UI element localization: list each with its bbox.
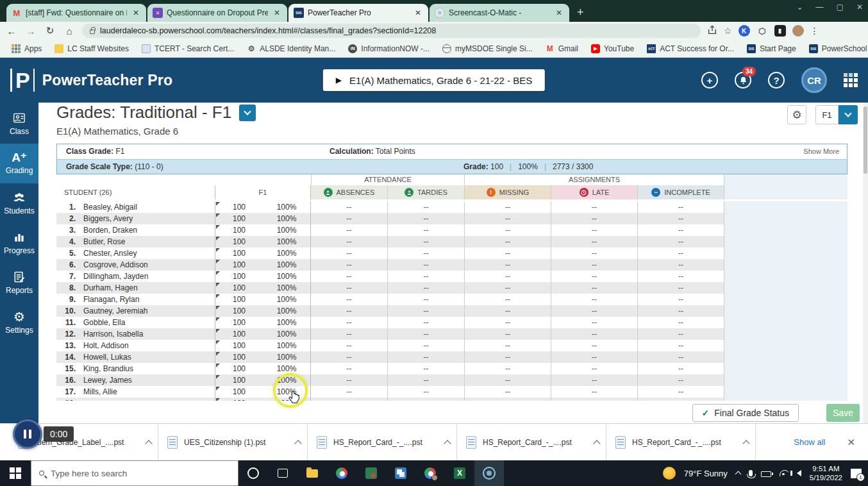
absences-cell[interactable]: --: [311, 328, 388, 340]
final-grade-cell[interactable]: 100 100%: [215, 247, 311, 259]
incomplete-cell[interactable]: --: [638, 363, 724, 374]
download-options-chevron-icon[interactable]: [294, 440, 301, 447]
absences-cell[interactable]: --: [311, 201, 388, 213]
notifications-bell-button[interactable]: 34: [735, 72, 751, 88]
bookmark-youtube[interactable]: ▶YouTube: [586, 42, 639, 55]
download-options-chevron-icon[interactable]: [593, 440, 600, 447]
bookmark-start-page[interactable]: SISStart Page: [742, 42, 801, 55]
bookmark-apps[interactable]: Apps: [6, 42, 47, 55]
chrome-profile-button[interactable]: [415, 460, 445, 486]
file-explorer-button[interactable]: [297, 460, 327, 486]
late-cell[interactable]: --: [551, 374, 638, 386]
download-options-chevron-icon[interactable]: [444, 440, 451, 447]
class-selector-button[interactable]: ▶ E1(A) Mathematics, Grade 6 - 21-22 - B…: [323, 69, 545, 91]
scrollbar-thumb[interactable]: [864, 106, 867, 174]
late-cell[interactable]: --: [551, 271, 638, 282]
incomplete-cell[interactable]: --: [638, 340, 724, 351]
incomplete-cell[interactable]: --: [638, 247, 724, 259]
final-grade-cell[interactable]: 100 100%: [215, 363, 311, 374]
late-cell[interactable]: --: [551, 213, 638, 224]
show-all-downloads-button[interactable]: Show all: [787, 432, 831, 452]
missing-cell[interactable]: --: [465, 386, 551, 398]
incomplete-cell[interactable]: --: [638, 224, 724, 236]
tardies-cell[interactable]: --: [388, 317, 465, 328]
final-grade-cell[interactable]: 100 100%: [215, 340, 311, 351]
bookmark-msdoe[interactable]: myMSDOE Single Si...: [437, 42, 538, 55]
student-name-cell[interactable]: 8.Durham, Hagen: [56, 282, 215, 294]
missing-cell[interactable]: --: [465, 294, 551, 305]
absences-cell[interactable]: --: [311, 317, 388, 328]
app-switcher-grid-icon[interactable]: [844, 73, 858, 87]
student-name-cell[interactable]: 7.Dillingham, Jayden: [56, 271, 215, 282]
final-grade-status-button[interactable]: ✓ Final Grade Status: [692, 404, 799, 422]
recorder-pause-button[interactable]: [13, 419, 42, 449]
tardies-cell[interactable]: --: [388, 294, 465, 305]
final-grade-cell[interactable]: 100 100%: [215, 201, 311, 213]
missing-cell[interactable]: --: [465, 282, 551, 294]
start-button[interactable]: [0, 460, 31, 486]
window-profile-chevron-icon[interactable]: ⌄: [797, 3, 803, 12]
tardies-cell[interactable]: --: [388, 271, 465, 282]
task-view-button[interactable]: [268, 460, 297, 486]
final-grade-cell[interactable]: 100 100%: [215, 224, 311, 236]
absences-cell[interactable]: --: [311, 386, 388, 398]
final-grade-cell[interactable]: 100 100%: [215, 271, 311, 282]
tardies-cell[interactable]: --: [388, 259, 465, 271]
final-grade-cell[interactable]: 100 100%: [215, 259, 311, 271]
create-plus-button[interactable]: +: [701, 72, 718, 88]
absences-cell[interactable]: --: [311, 340, 388, 351]
excel-button[interactable]: X: [445, 460, 474, 486]
incomplete-cell[interactable]: --: [638, 351, 724, 363]
blue-app-button[interactable]: [386, 460, 415, 486]
student-name-cell[interactable]: 16.Lewey, James: [56, 374, 215, 386]
tardies-cell[interactable]: --: [388, 224, 465, 236]
absences-cell[interactable]: --: [311, 259, 388, 271]
term-selector-value[interactable]: F1: [815, 105, 839, 124]
final-grade-cell[interactable]: 100 100%: [215, 213, 311, 224]
close-downloads-bar-icon[interactable]: ✕: [847, 437, 855, 448]
incomplete-cell[interactable]: --: [638, 328, 724, 340]
tardies-cell[interactable]: --: [388, 247, 465, 259]
student-name-cell[interactable]: 14.Howell, Lukas: [56, 351, 215, 363]
incomplete-cell[interactable]: --: [638, 213, 724, 224]
incomplete-cell[interactable]: --: [638, 259, 724, 271]
tardies-cell[interactable]: --: [388, 305, 465, 317]
student-name-cell[interactable]: 4.Butler, Rose: [56, 236, 215, 247]
missing-cell[interactable]: --: [465, 317, 551, 328]
volume-tray-icon[interactable]: [797, 470, 801, 476]
term-selector-dropdown-button[interactable]: [839, 105, 858, 124]
screencast-o-matic-button[interactable]: [474, 460, 504, 486]
student-name-cell[interactable]: 6.Cosgrove, Addison: [56, 259, 215, 271]
kami-extension-icon[interactable]: K: [739, 25, 750, 37]
address-bar[interactable]: lauderdaleco-sb.powerschool.com/teachers…: [82, 24, 701, 38]
download-options-chevron-icon[interactable]: [145, 440, 152, 447]
bookmark-act[interactable]: ACTACT Success for Or...: [642, 42, 739, 55]
late-cell[interactable]: --: [551, 201, 638, 213]
save-button[interactable]: Save: [826, 404, 860, 422]
tardies-cell[interactable]: --: [388, 328, 465, 340]
incomplete-cell[interactable]: --: [638, 317, 724, 328]
tab-close-icon[interactable]: ✕: [131, 8, 141, 17]
student-name-cell[interactable]: 2.Biggers, Avery: [56, 213, 215, 224]
missing-cell[interactable]: --: [465, 328, 551, 340]
download-item[interactable]: HS_Report_Card_-_....pst: [457, 424, 606, 460]
student-name-cell[interactable]: 9.Flanagan, Rylan: [56, 294, 215, 305]
absences-cell[interactable]: --: [311, 398, 388, 401]
incomplete-cell[interactable]: --: [638, 305, 724, 317]
absences-cell[interactable]: --: [311, 282, 388, 294]
student-name-cell[interactable]: 17.Mills, Allie: [56, 386, 215, 398]
student-name-cell[interactable]: 3.Borden, Draken: [56, 224, 215, 236]
window-maximize-button[interactable]: ▢: [837, 3, 844, 12]
absences-cell[interactable]: --: [311, 247, 388, 259]
student-column-header[interactable]: STUDENT (26): [56, 185, 215, 199]
student-name-cell[interactable]: 5.Chester, Ansley: [56, 247, 215, 259]
missing-cell[interactable]: --: [465, 398, 551, 401]
absences-cell[interactable]: --: [311, 236, 388, 247]
late-cell[interactable]: --: [551, 236, 638, 247]
late-cell[interactable]: --: [551, 224, 638, 236]
tray-overflow-chevron-icon[interactable]: [735, 471, 741, 478]
sidebar-item-students[interactable]: Students: [0, 183, 38, 223]
grade-settings-gear-button[interactable]: ⚙: [787, 105, 806, 124]
bookmark-inow[interactable]: iNInformationNOW -...: [343, 42, 435, 55]
missing-cell[interactable]: --: [465, 351, 551, 363]
